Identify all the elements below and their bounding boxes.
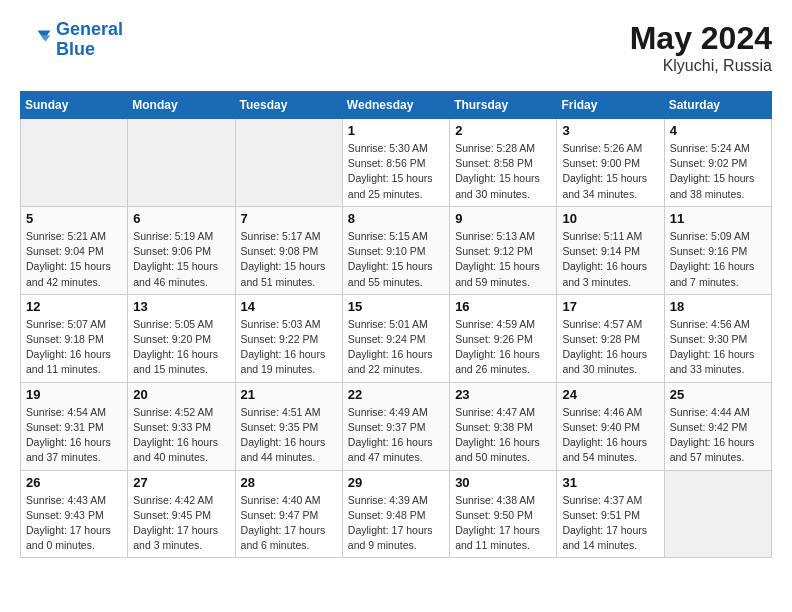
calendar-cell: 31Sunrise: 4:37 AMSunset: 9:51 PMDayligh… <box>557 470 664 558</box>
day-info: Sunrise: 5:26 AMSunset: 9:00 PMDaylight:… <box>562 141 658 202</box>
day-number: 18 <box>670 299 766 314</box>
calendar-cell: 17Sunrise: 4:57 AMSunset: 9:28 PMDayligh… <box>557 294 664 382</box>
day-info: Sunrise: 4:43 AMSunset: 9:43 PMDaylight:… <box>26 493 122 554</box>
calendar-cell: 24Sunrise: 4:46 AMSunset: 9:40 PMDayligh… <box>557 382 664 470</box>
calendar-week-row: 5Sunrise: 5:21 AMSunset: 9:04 PMDaylight… <box>21 206 772 294</box>
day-number: 13 <box>133 299 229 314</box>
weekday-header-saturday: Saturday <box>664 92 771 119</box>
calendar-cell: 10Sunrise: 5:11 AMSunset: 9:14 PMDayligh… <box>557 206 664 294</box>
calendar-cell: 15Sunrise: 5:01 AMSunset: 9:24 PMDayligh… <box>342 294 449 382</box>
day-number: 23 <box>455 387 551 402</box>
day-info: Sunrise: 5:07 AMSunset: 9:18 PMDaylight:… <box>26 317 122 378</box>
calendar-cell: 2Sunrise: 5:28 AMSunset: 8:58 PMDaylight… <box>450 119 557 207</box>
page-header: General Blue May 2024 Klyuchi, Russia <box>20 20 772 75</box>
calendar-cell <box>21 119 128 207</box>
day-number: 22 <box>348 387 444 402</box>
calendar-cell: 14Sunrise: 5:03 AMSunset: 9:22 PMDayligh… <box>235 294 342 382</box>
day-number: 1 <box>348 123 444 138</box>
calendar-cell: 20Sunrise: 4:52 AMSunset: 9:33 PMDayligh… <box>128 382 235 470</box>
day-info: Sunrise: 5:19 AMSunset: 9:06 PMDaylight:… <box>133 229 229 290</box>
day-number: 6 <box>133 211 229 226</box>
calendar-cell: 30Sunrise: 4:38 AMSunset: 9:50 PMDayligh… <box>450 470 557 558</box>
day-info: Sunrise: 4:49 AMSunset: 9:37 PMDaylight:… <box>348 405 444 466</box>
day-info: Sunrise: 5:11 AMSunset: 9:14 PMDaylight:… <box>562 229 658 290</box>
day-info: Sunrise: 5:17 AMSunset: 9:08 PMDaylight:… <box>241 229 337 290</box>
day-number: 3 <box>562 123 658 138</box>
calendar-cell: 1Sunrise: 5:30 AMSunset: 8:56 PMDaylight… <box>342 119 449 207</box>
day-info: Sunrise: 4:46 AMSunset: 9:40 PMDaylight:… <box>562 405 658 466</box>
day-number: 15 <box>348 299 444 314</box>
weekday-header-thursday: Thursday <box>450 92 557 119</box>
logo: General Blue <box>20 20 123 60</box>
day-info: Sunrise: 5:21 AMSunset: 9:04 PMDaylight:… <box>26 229 122 290</box>
weekday-header-wednesday: Wednesday <box>342 92 449 119</box>
day-number: 7 <box>241 211 337 226</box>
calendar-cell: 7Sunrise: 5:17 AMSunset: 9:08 PMDaylight… <box>235 206 342 294</box>
calendar-cell: 8Sunrise: 5:15 AMSunset: 9:10 PMDaylight… <box>342 206 449 294</box>
calendar-week-row: 12Sunrise: 5:07 AMSunset: 9:18 PMDayligh… <box>21 294 772 382</box>
day-number: 25 <box>670 387 766 402</box>
calendar-cell: 26Sunrise: 4:43 AMSunset: 9:43 PMDayligh… <box>21 470 128 558</box>
calendar-body: 1Sunrise: 5:30 AMSunset: 8:56 PMDaylight… <box>21 119 772 558</box>
day-number: 16 <box>455 299 551 314</box>
weekday-header-friday: Friday <box>557 92 664 119</box>
day-info: Sunrise: 5:09 AMSunset: 9:16 PMDaylight:… <box>670 229 766 290</box>
logo-icon <box>20 24 52 56</box>
calendar-cell: 22Sunrise: 4:49 AMSunset: 9:37 PMDayligh… <box>342 382 449 470</box>
day-number: 11 <box>670 211 766 226</box>
day-number: 26 <box>26 475 122 490</box>
calendar-cell <box>235 119 342 207</box>
weekday-header-monday: Monday <box>128 92 235 119</box>
day-number: 29 <box>348 475 444 490</box>
calendar-cell: 21Sunrise: 4:51 AMSunset: 9:35 PMDayligh… <box>235 382 342 470</box>
calendar-cell: 4Sunrise: 5:24 AMSunset: 9:02 PMDaylight… <box>664 119 771 207</box>
day-info: Sunrise: 5:03 AMSunset: 9:22 PMDaylight:… <box>241 317 337 378</box>
calendar-cell: 11Sunrise: 5:09 AMSunset: 9:16 PMDayligh… <box>664 206 771 294</box>
day-info: Sunrise: 5:30 AMSunset: 8:56 PMDaylight:… <box>348 141 444 202</box>
day-info: Sunrise: 4:47 AMSunset: 9:38 PMDaylight:… <box>455 405 551 466</box>
calendar-cell: 13Sunrise: 5:05 AMSunset: 9:20 PMDayligh… <box>128 294 235 382</box>
calendar-cell: 19Sunrise: 4:54 AMSunset: 9:31 PMDayligh… <box>21 382 128 470</box>
day-number: 2 <box>455 123 551 138</box>
day-number: 27 <box>133 475 229 490</box>
day-info: Sunrise: 4:59 AMSunset: 9:26 PMDaylight:… <box>455 317 551 378</box>
calendar-cell: 18Sunrise: 4:56 AMSunset: 9:30 PMDayligh… <box>664 294 771 382</box>
svg-marker-1 <box>41 35 51 41</box>
calendar-cell: 27Sunrise: 4:42 AMSunset: 9:45 PMDayligh… <box>128 470 235 558</box>
day-number: 30 <box>455 475 551 490</box>
day-info: Sunrise: 4:37 AMSunset: 9:51 PMDaylight:… <box>562 493 658 554</box>
day-info: Sunrise: 5:05 AMSunset: 9:20 PMDaylight:… <box>133 317 229 378</box>
logo-text: General Blue <box>56 20 123 60</box>
calendar-cell: 12Sunrise: 5:07 AMSunset: 9:18 PMDayligh… <box>21 294 128 382</box>
weekday-header-sunday: Sunday <box>21 92 128 119</box>
calendar-cell: 23Sunrise: 4:47 AMSunset: 9:38 PMDayligh… <box>450 382 557 470</box>
day-number: 14 <box>241 299 337 314</box>
day-number: 12 <box>26 299 122 314</box>
calendar-table: SundayMondayTuesdayWednesdayThursdayFrid… <box>20 91 772 558</box>
day-number: 8 <box>348 211 444 226</box>
calendar-cell: 29Sunrise: 4:39 AMSunset: 9:48 PMDayligh… <box>342 470 449 558</box>
day-number: 9 <box>455 211 551 226</box>
calendar-cell: 3Sunrise: 5:26 AMSunset: 9:00 PMDaylight… <box>557 119 664 207</box>
day-info: Sunrise: 4:52 AMSunset: 9:33 PMDaylight:… <box>133 405 229 466</box>
day-number: 28 <box>241 475 337 490</box>
calendar-cell: 25Sunrise: 4:44 AMSunset: 9:42 PMDayligh… <box>664 382 771 470</box>
day-info: Sunrise: 5:28 AMSunset: 8:58 PMDaylight:… <box>455 141 551 202</box>
day-info: Sunrise: 4:40 AMSunset: 9:47 PMDaylight:… <box>241 493 337 554</box>
day-number: 17 <box>562 299 658 314</box>
calendar-cell: 6Sunrise: 5:19 AMSunset: 9:06 PMDaylight… <box>128 206 235 294</box>
day-info: Sunrise: 5:13 AMSunset: 9:12 PMDaylight:… <box>455 229 551 290</box>
day-info: Sunrise: 5:24 AMSunset: 9:02 PMDaylight:… <box>670 141 766 202</box>
calendar-cell <box>664 470 771 558</box>
day-number: 21 <box>241 387 337 402</box>
day-info: Sunrise: 4:39 AMSunset: 9:48 PMDaylight:… <box>348 493 444 554</box>
day-info: Sunrise: 4:38 AMSunset: 9:50 PMDaylight:… <box>455 493 551 554</box>
day-number: 19 <box>26 387 122 402</box>
calendar-cell: 5Sunrise: 5:21 AMSunset: 9:04 PMDaylight… <box>21 206 128 294</box>
day-info: Sunrise: 4:42 AMSunset: 9:45 PMDaylight:… <box>133 493 229 554</box>
day-info: Sunrise: 5:01 AMSunset: 9:24 PMDaylight:… <box>348 317 444 378</box>
calendar-cell: 28Sunrise: 4:40 AMSunset: 9:47 PMDayligh… <box>235 470 342 558</box>
calendar-cell: 16Sunrise: 4:59 AMSunset: 9:26 PMDayligh… <box>450 294 557 382</box>
title-block: May 2024 Klyuchi, Russia <box>630 20 772 75</box>
calendar-cell: 9Sunrise: 5:13 AMSunset: 9:12 PMDaylight… <box>450 206 557 294</box>
